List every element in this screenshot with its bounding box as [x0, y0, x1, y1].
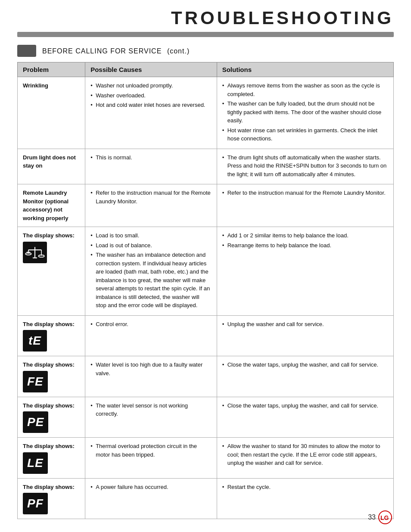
list-item: A power failure has occurred. [90, 483, 212, 492]
table-row: The display shows: PE The water level se… [18, 397, 394, 438]
solutions-cell: The drum light shuts off automatically w… [217, 149, 393, 184]
table-row: Wrinkling Washer not unloaded promptly. … [18, 77, 394, 149]
table-row: The display shows: [18, 227, 394, 316]
list-item: Load is too small. [90, 231, 212, 240]
table-row: The display shows: LE Thermal overload p… [18, 438, 394, 479]
section-heading-text: BEFORE CALLING FOR SERVICE (cont.) [42, 46, 190, 56]
solutions-cell: Close the water taps, unplug the washer,… [217, 397, 393, 438]
solutions-cell: Restart the cycle. [217, 478, 393, 519]
page-number: 33 [368, 513, 376, 521]
lg-logo-icon: LG [378, 510, 392, 524]
table-row: The display shows: FE Water level is too… [18, 356, 394, 397]
list-item: Washer not unloaded promptly. [90, 81, 212, 90]
list-item: Load is out of balance. [90, 241, 212, 250]
list-item: Washer overloaded. [90, 91, 212, 100]
solutions-cell: Refer to the instruction manual for the … [217, 184, 393, 227]
list-item: The drum light shuts off automatically w… [222, 153, 388, 179]
causes-cell: A power failure has occurred. [85, 478, 217, 519]
causes-cell: Washer not unloaded promptly. Washer ove… [85, 77, 217, 149]
causes-cell: Refer to the instruction manual for the … [85, 184, 217, 227]
col-problem: Problem [18, 62, 85, 77]
list-item: Hot and cold water inlet hoses are rever… [90, 101, 212, 109]
col-causes: Possible Causes [85, 62, 217, 77]
problem-cell: The display shows: PF [18, 478, 85, 519]
causes-cell: The water level sensor is not working co… [85, 397, 217, 438]
list-item: Always remove items from the washer as s… [222, 81, 388, 98]
list-item: Unplug the washer and call for service. [222, 320, 388, 329]
list-item: The water level sensor is not working co… [90, 401, 212, 418]
error-code-le: LE [23, 452, 48, 474]
title-bar [17, 32, 394, 37]
error-code-te: tE [23, 330, 47, 352]
list-item: Thermal overload protection circuit in t… [90, 442, 212, 459]
problem-cell: Remote Laundry Monitor (optional accesso… [18, 184, 85, 227]
causes-cell: Load is too small. Load is out of balanc… [85, 227, 217, 316]
svg-rect-8 [27, 252, 30, 253]
list-item: Control error. [90, 320, 212, 329]
causes-cell: This is normal. [85, 149, 217, 184]
solutions-cell: Allow the washer to stand for 30 minutes… [217, 438, 393, 479]
section-heading-icon [17, 45, 36, 57]
error-code-fe: FE [23, 371, 48, 392]
problem-cell: The display shows: tE [18, 315, 85, 356]
page-header: TROUBLESHOOTING [0, 0, 411, 28]
solutions-cell: Close the water taps, unplug the washer,… [217, 356, 393, 397]
causes-cell: Control error. [85, 315, 217, 356]
error-code-pf: PF [23, 493, 48, 514]
problem-cell: Drum light does not stay on [18, 149, 85, 184]
list-item: Close the water taps, unplug the washer,… [222, 361, 388, 369]
list-item: Restart the cycle. [222, 483, 388, 492]
causes-cell: Water level is too high due to a faulty … [85, 356, 217, 397]
problem-cell: The display shows: PE [18, 397, 85, 438]
troubleshooting-table: Problem Possible Causes Solutions Wrinkl… [17, 62, 394, 519]
list-item: Add 1 or 2 similar items to help balance… [222, 231, 388, 240]
solutions-cell: Unplug the washer and call for service. [217, 315, 393, 356]
list-item: The washer can be fully loaded, but the … [222, 100, 388, 125]
problem-cell: The display shows: LE [18, 438, 85, 479]
list-item: Hot water rinse can set wrinkles in garm… [222, 126, 388, 143]
problem-cell: Wrinkling [18, 77, 85, 149]
list-item: Allow the washer to stand for 30 minutes… [222, 442, 388, 467]
list-item: Close the water taps, unplug the washer,… [222, 401, 388, 410]
solutions-cell: Add 1 or 2 similar items to help balance… [217, 227, 393, 316]
problem-cell: The display shows: FE [18, 356, 85, 397]
table-row: The display shows: PF A power failure ha… [18, 478, 394, 519]
section-heading: BEFORE CALLING FOR SERVICE (cont.) [17, 45, 394, 57]
list-item: The washer has an imbalance detection an… [90, 251, 212, 310]
list-item: Refer to the instruction manual for the … [90, 189, 212, 205]
error-code-pe: PE [23, 411, 48, 433]
table-row: Drum light does not stay on This is norm… [18, 149, 394, 184]
table-row: The display shows: tE Control error. Unp… [18, 315, 394, 356]
list-item: This is normal. [90, 153, 212, 162]
table-row: Remote Laundry Monitor (optional accesso… [18, 184, 394, 227]
causes-cell: Thermal overload protection circuit in t… [85, 438, 217, 479]
balance-icon [23, 242, 47, 263]
list-item: Refer to the instruction manual for the … [222, 189, 388, 197]
page-title: TROUBLESHOOTING [17, 8, 394, 28]
list-item: Rearrange items to help balance the load… [222, 241, 388, 250]
col-solutions: Solutions [217, 62, 393, 77]
list-item: Water level is too high due to a faulty … [90, 361, 212, 377]
svg-text:LG: LG [380, 514, 389, 521]
problem-cell: The display shows: [18, 227, 85, 316]
solutions-cell: Always remove items from the washer as s… [217, 77, 393, 149]
footer: 33 LG [368, 510, 392, 524]
